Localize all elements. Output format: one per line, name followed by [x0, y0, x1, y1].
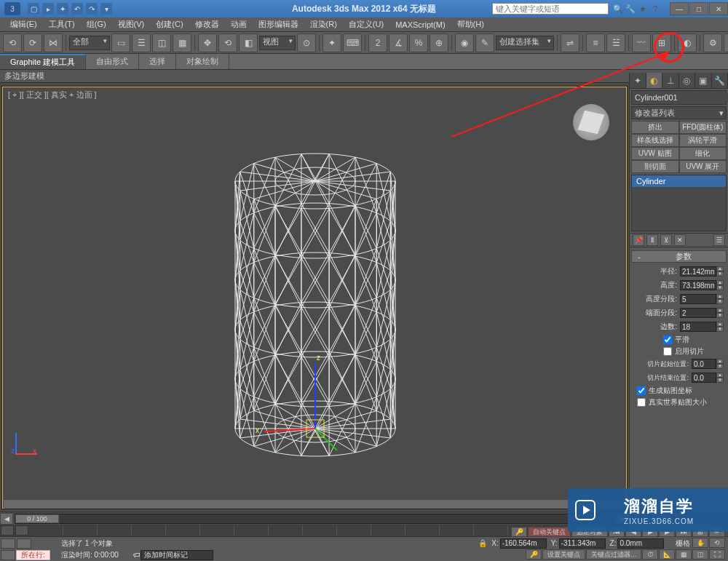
scale-icon[interactable]: ◧ — [239, 33, 258, 52]
timeslider-track[interactable]: 0 / 100 — [15, 514, 614, 524]
tab-hierarchy-icon[interactable]: ⊥ — [662, 73, 679, 88]
menu-group[interactable]: 组(G) — [81, 19, 112, 30]
qat-undo-icon[interactable]: ↶ — [71, 3, 83, 15]
genmap-checkbox[interactable] — [637, 386, 646, 395]
spinner-up-icon[interactable]: ▲ — [716, 294, 724, 299]
set-key-big-icon[interactable]: 🔑 — [526, 549, 542, 560]
nav-fov-icon[interactable]: 📐 — [659, 549, 675, 560]
mod-btn-spline[interactable]: 样条线选择 — [631, 134, 679, 147]
bind-icon[interactable]: ⋈ — [44, 33, 63, 52]
rotate-icon[interactable]: ⟲ — [218, 33, 237, 52]
menu-render[interactable]: 渲染(R) — [304, 19, 343, 30]
select-region-icon[interactable]: ◫ — [152, 33, 171, 52]
mod-btn-tess[interactable]: 细化 — [679, 147, 727, 160]
named-sel-icon[interactable]: ◉ — [455, 33, 474, 52]
rollout-header[interactable]: -参数 — [631, 250, 727, 263]
align-icon[interactable]: ≡ — [586, 33, 605, 52]
nav-pan-icon[interactable]: ✋ — [692, 538, 708, 548]
radius-input[interactable] — [680, 266, 716, 276]
spinner-down-icon[interactable]: ▼ — [716, 271, 724, 276]
modifier-list-dropdown[interactable]: 修改器列表 — [631, 106, 727, 119]
nav-maxtoggle-icon[interactable]: ⛶ — [709, 549, 725, 560]
mod-btn-slice[interactable]: 剖切面 — [631, 160, 679, 173]
qat-redo-icon[interactable]: ↷ — [86, 3, 98, 15]
window-crossing-icon[interactable]: ▦ — [173, 33, 191, 52]
viewcube[interactable] — [573, 104, 609, 140]
smooth-checkbox[interactable] — [663, 335, 672, 344]
qat-open-icon[interactable]: ▸ — [42, 3, 54, 15]
menu-grapheditors[interactable]: 图形编辑器 — [253, 19, 304, 30]
hseg-input[interactable] — [680, 294, 716, 304]
help-search-input[interactable] — [492, 3, 609, 15]
sides-input[interactable] — [680, 322, 716, 332]
unique-icon[interactable]: ⊻ — [660, 234, 672, 246]
wrench-icon[interactable]: 🔧 — [625, 4, 636, 14]
trackbar-toggle-icon[interactable] — [1, 525, 14, 536]
star-icon[interactable]: ★ — [638, 4, 648, 14]
realworld-checkbox[interactable] — [637, 398, 646, 407]
spinner-up-icon[interactable]: ▲ — [716, 322, 724, 327]
time-tag-input[interactable] — [141, 550, 213, 560]
menu-modifiers[interactable]: 修改器 — [189, 19, 225, 30]
qat-more-icon[interactable]: ▾ — [100, 3, 112, 15]
object-name-input[interactable] — [632, 93, 728, 102]
tab-motion-icon[interactable]: ◎ — [679, 73, 696, 88]
cseg-input[interactable] — [680, 308, 716, 318]
prompt-toggle-icon[interactable] — [1, 550, 15, 560]
snap-spinner-icon[interactable]: ⊕ — [430, 33, 448, 52]
auto-key-button[interactable]: 自动关键点 — [528, 527, 571, 537]
selection-filter-dropdown[interactable]: 全部 — [69, 36, 110, 50]
select-icon[interactable]: ▭ — [111, 33, 130, 52]
menu-customize[interactable]: 自定义(U) — [343, 19, 389, 30]
app-logo-icon[interactable]: 3 — [4, 2, 20, 15]
ribbon-tab-objectpaint[interactable]: 对象绘制 — [176, 54, 229, 69]
remove-mod-icon[interactable]: ✕ — [674, 234, 686, 246]
link-icon[interactable]: ⟲ — [3, 33, 22, 52]
menu-create[interactable]: 创建(C) — [150, 19, 189, 30]
material-editor-icon[interactable]: ◐ — [678, 33, 697, 52]
ribbon-panel-label[interactable]: 多边形建模 — [0, 70, 728, 83]
help-icon[interactable]: ? — [650, 4, 660, 14]
spinner-up-icon[interactable]: ▲ — [716, 266, 724, 271]
mod-btn-unwrap[interactable]: UVW 展开 — [679, 160, 727, 173]
named-sel-edit-icon[interactable]: ✎ — [475, 33, 494, 52]
configure-sets-icon[interactable]: ☰ — [713, 234, 725, 246]
pivot-icon[interactable]: ⊙ — [297, 33, 316, 52]
curve-editor-icon[interactable]: 〰 — [632, 33, 651, 52]
layers-icon[interactable]: ☱ — [606, 33, 625, 52]
mirror-icon[interactable]: ⇌ — [561, 33, 579, 52]
key-filter-button[interactable]: 关键点过滤器... — [586, 549, 641, 560]
spinner-down-icon[interactable]: ▼ — [716, 313, 724, 318]
ribbon-tab-selection[interactable]: 选择 — [139, 54, 176, 69]
keyboard-icon[interactable]: ⌨ — [343, 33, 362, 52]
snap-2d-icon[interactable]: 2 — [368, 33, 387, 52]
menu-edit[interactable]: 编辑(E) — [4, 19, 43, 30]
menu-view[interactable]: 视图(V) — [112, 19, 151, 30]
menu-animation[interactable]: 动画 — [225, 19, 253, 30]
spinner-down-icon[interactable]: ▼ — [716, 327, 724, 332]
spinner-down-icon[interactable]: ▼ — [716, 299, 724, 304]
trackbar-filter-icon[interactable] — [15, 525, 28, 536]
nav-region-icon[interactable]: ◫ — [692, 549, 708, 560]
ribbon-tab-graphite[interactable]: Graphite 建模工具 — [0, 54, 86, 69]
spinner-down-icon[interactable]: ▼ — [716, 285, 724, 290]
schematic-icon[interactable]: ⊞ — [652, 33, 671, 52]
modifier-stack[interactable]: Cylinder — [631, 175, 727, 231]
move-icon[interactable]: ✥ — [198, 33, 217, 52]
time-config-icon[interactable]: ⏱ — [642, 549, 658, 560]
named-selection-dropdown[interactable]: 创建选择集 — [496, 36, 554, 50]
listener-icon[interactable] — [17, 538, 31, 549]
mod-btn-uvwmap[interactable]: UVW 贴图 — [631, 147, 679, 160]
manip-icon[interactable]: ✦ — [323, 33, 341, 52]
search-icon[interactable]: 🔍 — [613, 4, 623, 14]
close-button[interactable]: ✕ — [709, 2, 728, 15]
mod-btn-extrude[interactable]: 挤出 — [631, 121, 679, 134]
time-slider[interactable]: ◀ 0 / 100 ▶ — [0, 512, 629, 525]
spinner-up-icon[interactable]: ▲ — [716, 308, 724, 313]
unlink-icon[interactable]: ⟳ — [23, 33, 42, 52]
tab-display-icon[interactable]: ▣ — [695, 73, 712, 88]
prompt-field[interactable]: 所在行: — [16, 550, 50, 560]
refcoord-dropdown[interactable]: 视图 — [259, 36, 296, 50]
menu-help[interactable]: 帮助(H) — [451, 19, 490, 30]
render-setup-icon[interactable]: ⚙ — [703, 33, 722, 52]
